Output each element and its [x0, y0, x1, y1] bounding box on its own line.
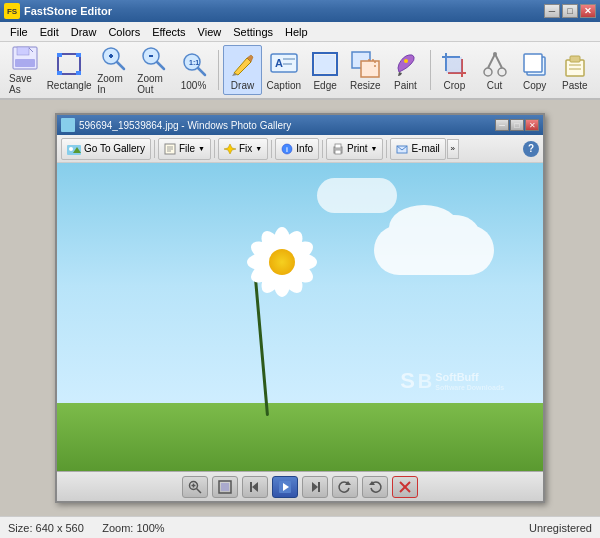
- inner-window-title: 596694_19539864.jpg - Windows Photo Gall…: [79, 120, 495, 131]
- svg-text:i: i: [286, 146, 288, 153]
- more-toolbar-button[interactable]: »: [447, 139, 459, 159]
- zoom-100-label: 100%: [181, 80, 207, 91]
- ground-bg: [57, 403, 543, 471]
- resize-icon: [351, 50, 379, 78]
- fit-control-button[interactable]: [212, 476, 238, 498]
- svg-rect-5: [76, 53, 81, 57]
- copy-label: Copy: [523, 80, 546, 91]
- svg-line-58: [197, 488, 202, 493]
- caption-button[interactable]: A Caption: [264, 45, 304, 95]
- svg-line-17: [198, 68, 205, 75]
- resize-button[interactable]: Resize: [346, 45, 384, 95]
- cut-icon: [481, 50, 509, 78]
- inner-title-bar: 596694_19539864.jpg - Windows Photo Gall…: [57, 115, 543, 135]
- menu-bar: File Edit Draw Colors Effects View Setti…: [0, 22, 600, 42]
- go-to-gallery-button[interactable]: Go To Gallery: [61, 138, 151, 160]
- inner-minimize-button[interactable]: ─: [495, 119, 509, 131]
- maximize-button[interactable]: □: [562, 4, 578, 18]
- toolbar-separator-2: [430, 50, 431, 90]
- inner-close-button[interactable]: ✕: [525, 119, 539, 131]
- svg-rect-62: [221, 483, 229, 491]
- rotate-right-button[interactable]: [362, 476, 388, 498]
- fix-button[interactable]: Fix ▼: [218, 138, 268, 160]
- prev-button[interactable]: [242, 476, 268, 498]
- info-label: Info: [296, 143, 313, 154]
- copy-icon: [521, 50, 549, 78]
- save-as-icon: [11, 45, 39, 71]
- print-button[interactable]: Print ▼: [326, 138, 384, 160]
- rectangle-button[interactable]: Rectangle: [46, 45, 92, 95]
- copy-button[interactable]: Copy: [516, 45, 554, 95]
- file-icon: [164, 143, 176, 155]
- status-registration: Unregistered: [529, 522, 592, 534]
- file-button[interactable]: File ▼: [158, 138, 211, 160]
- svg-line-35: [488, 54, 495, 68]
- zoom-100-button[interactable]: 1:1 100%: [174, 45, 212, 95]
- menu-settings[interactable]: Settings: [227, 24, 279, 40]
- paint-icon: [391, 50, 419, 78]
- svg-rect-32: [446, 57, 462, 73]
- main-toolbar: Save As Rectangle Zoom In: [0, 42, 600, 100]
- print-dropdown-arrow: ▼: [371, 145, 378, 152]
- info-button[interactable]: i Info: [275, 138, 319, 160]
- inner-sep-3: [271, 140, 272, 158]
- paste-button[interactable]: Paste: [556, 45, 594, 95]
- toolbar-separator-1: [218, 50, 219, 90]
- menu-file[interactable]: File: [4, 24, 34, 40]
- zoom-out-label: Zoom Out: [137, 73, 169, 95]
- svg-marker-63: [252, 482, 258, 492]
- flower-center: [269, 249, 295, 275]
- status-size: Size: 640 x 560 Zoom: 100%: [8, 522, 529, 534]
- next-button[interactable]: [302, 476, 328, 498]
- email-icon: [396, 143, 408, 155]
- svg-rect-2: [15, 59, 35, 67]
- zoom-control-button[interactable]: [182, 476, 208, 498]
- menu-view[interactable]: View: [192, 24, 228, 40]
- fix-dropdown-arrow: ▼: [255, 145, 262, 152]
- svg-point-33: [484, 68, 492, 76]
- zoom-in-button[interactable]: Zoom In: [94, 45, 132, 95]
- file-label: File: [179, 143, 195, 154]
- menu-help[interactable]: Help: [279, 24, 314, 40]
- rotate-left-button[interactable]: [332, 476, 358, 498]
- svg-marker-67: [312, 482, 318, 492]
- cut-label: Cut: [487, 80, 503, 91]
- paint-button[interactable]: Paint: [386, 45, 424, 95]
- close-button[interactable]: ✕: [580, 4, 596, 18]
- menu-draw[interactable]: Draw: [65, 24, 103, 40]
- app-title: FastStone Editor: [24, 5, 544, 17]
- edge-button[interactable]: Edge: [306, 45, 344, 95]
- zoom-in-label: Zoom In: [97, 73, 129, 95]
- slideshow-button[interactable]: [272, 476, 298, 498]
- delete-photo-button[interactable]: [392, 476, 418, 498]
- draw-button[interactable]: Draw: [223, 45, 261, 95]
- crop-button[interactable]: Crop: [435, 45, 473, 95]
- rectangle-label: Rectangle: [47, 80, 92, 91]
- inner-window: 596694_19539864.jpg - Windows Photo Gall…: [55, 113, 545, 503]
- email-button[interactable]: E-mail: [390, 138, 445, 160]
- rectangle-icon: [55, 50, 83, 78]
- main-content: 596694_19539864.jpg - Windows Photo Gall…: [0, 100, 600, 516]
- info-icon: i: [281, 143, 293, 155]
- edge-icon: [311, 50, 339, 78]
- save-as-button[interactable]: Save As: [6, 45, 44, 95]
- svg-rect-4: [57, 53, 62, 57]
- zoom-out-button[interactable]: Zoom Out: [134, 45, 172, 95]
- menu-edit[interactable]: Edit: [34, 24, 65, 40]
- help-button[interactable]: ?: [523, 141, 539, 157]
- email-label: E-mail: [411, 143, 439, 154]
- print-icon: [332, 143, 344, 155]
- paste-icon: [561, 50, 589, 78]
- svg-line-36: [495, 54, 502, 68]
- menu-effects[interactable]: Effects: [146, 24, 191, 40]
- svg-line-14: [157, 62, 164, 69]
- cut-button[interactable]: Cut: [475, 45, 513, 95]
- menu-colors[interactable]: Colors: [102, 24, 146, 40]
- minimize-button[interactable]: ─: [544, 4, 560, 18]
- gallery-icon: [67, 143, 81, 155]
- zoom-out-icon: [139, 45, 167, 71]
- fix-icon: [224, 143, 236, 155]
- inner-maximize-button[interactable]: □: [510, 119, 524, 131]
- crop-label: Crop: [444, 80, 466, 91]
- svg-point-45: [69, 147, 73, 151]
